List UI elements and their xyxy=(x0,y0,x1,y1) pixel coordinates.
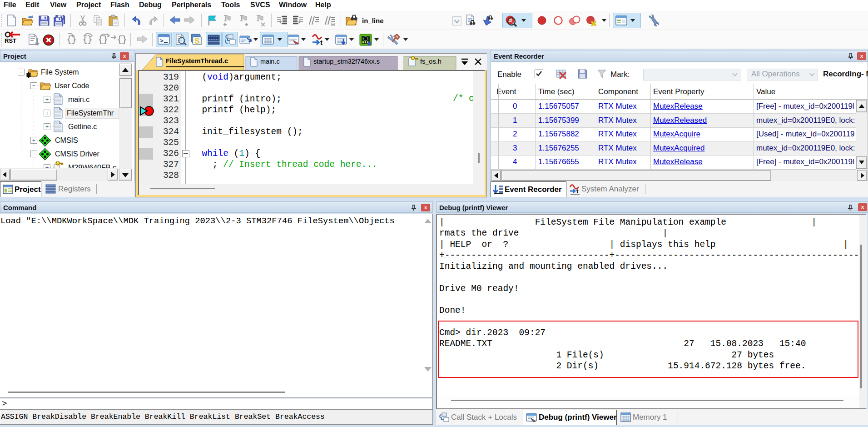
svg-text:>: > xyxy=(160,38,164,45)
svg-text:t: t xyxy=(320,39,322,46)
svg-text:t: t xyxy=(576,188,579,195)
svg-text:S: S xyxy=(194,37,199,45)
